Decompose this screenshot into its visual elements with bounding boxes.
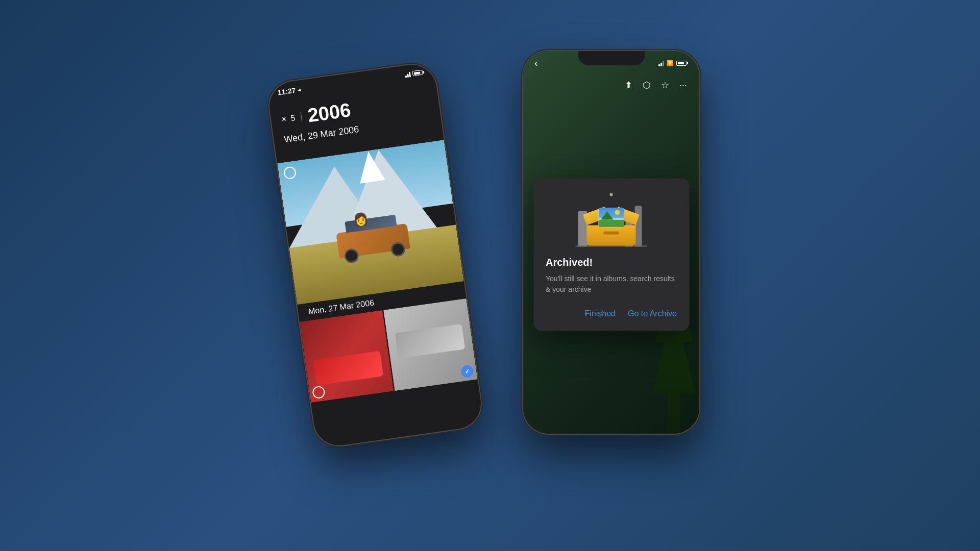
dialog-message: You'll still see it in albums, search re… [546,273,677,295]
box-bottom [587,225,636,245]
archive-dialog: Archived! You'll still see it in albums,… [533,178,689,331]
battery-icon [412,69,425,76]
status-icons-left [405,69,425,78]
year-label: 2006 [306,99,352,127]
status-icons-right: 🛜 [658,60,688,66]
thumb-silver-car[interactable]: ✓ [383,298,478,391]
finished-button[interactable]: Finished [584,307,615,320]
status-time: 11:27 ◂ [277,85,301,96]
photo-mountain-car[interactable]: 👩 [277,140,464,305]
signal-icon-right [658,60,664,66]
star-icon[interactable]: ☆ [661,80,669,91]
dialog-actions: Finished Go to Archive [546,307,677,320]
mountain-snow [356,149,385,183]
right-toolbar: ⬆ ⬡ ☆ ··· [523,76,699,95]
photo-icon-ground [599,219,624,227]
pillar-right-1 [635,206,642,246]
car-figure [336,223,410,258]
signal-icon [405,71,411,78]
go-to-archive-button[interactable]: Go to Archive [628,307,677,320]
more-icon[interactable]: ··· [679,80,687,91]
back-button[interactable]: ‹ [534,57,538,69]
phone-left: 11:27 ◂ × [266,62,484,449]
photo-icon-mountain [601,211,614,219]
box-dot [610,193,613,196]
box-handle [604,231,619,234]
left-content: 👩 Mon, 27 Mar 2006 [277,140,484,448]
phone-right: ‹ 🛜 ⬆ ⬡ ☆ [523,51,699,434]
dialog-title: Archived! [546,257,677,268]
car-silver-body [395,324,465,359]
car-red-body [313,351,383,386]
upload-icon[interactable]: ⬆ [625,80,632,91]
photo-icon-sun [615,210,620,215]
thumb-red-car[interactable] [300,310,394,403]
person-figure: 👩 [352,211,370,228]
wifi-icon: 🛜 [667,60,674,66]
close-button[interactable]: × [281,114,287,125]
header-divider [301,112,303,122]
ground-line [576,245,647,246]
photo-icon-background [599,208,624,227]
car-body [336,223,410,258]
battery-icon-right [676,61,688,66]
car-thumb-silver [383,298,478,391]
photo-icon-in-box [599,208,624,227]
cast-icon[interactable]: ⬡ [643,80,651,91]
selection-count: 5 [290,113,296,123]
location-icon: ◂ [297,87,300,93]
dialog-illustration [546,190,677,246]
archive-box [576,190,647,246]
right-status-bar: ‹ 🛜 [523,57,699,69]
